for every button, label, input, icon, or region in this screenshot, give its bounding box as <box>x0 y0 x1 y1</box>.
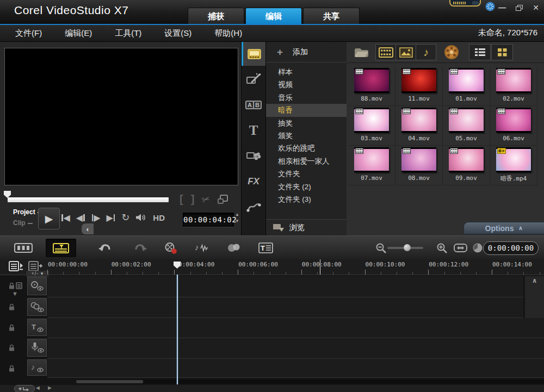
subtitle-options-button[interactable]: T <box>255 240 276 256</box>
track-lock-icon[interactable] <box>9 282 22 289</box>
preview-screen[interactable] <box>4 48 238 185</box>
library-nav-path[interactable] <box>242 195 265 219</box>
filter-audio-button[interactable]: ♪ <box>416 44 436 60</box>
category-item[interactable]: 文件夹 (3) <box>266 193 347 206</box>
split-clip-button[interactable]: ✂ <box>201 192 212 206</box>
gallery-item[interactable]: 04.mov <box>395 106 443 146</box>
gallery-item[interactable]: 09.mov <box>443 146 490 185</box>
voice-track[interactable] <box>47 338 544 359</box>
library-nav-transition[interactable]: AB <box>242 93 265 117</box>
scroll-right-icon[interactable]: ► <box>47 384 53 391</box>
mark-out-button[interactable]: ] <box>191 193 195 206</box>
track-manager-button[interactable] <box>9 261 23 271</box>
record-capture-button[interactable] <box>160 240 182 256</box>
gallery-item[interactable]: 03.mov <box>348 106 395 146</box>
title-track-header[interactable]: T <box>27 319 47 336</box>
category-item[interactable]: 暗香 <box>266 104 347 116</box>
spinner-up-icon[interactable]: ▲ <box>235 211 239 218</box>
scrubber-bar[interactable] <box>8 197 169 202</box>
filter-video-button[interactable] <box>375 44 396 60</box>
library-nav-graphic[interactable] <box>242 144 265 168</box>
category-item[interactable]: 相亲相爱一家人 <box>266 155 347 167</box>
category-item[interactable]: 文件夹 <box>266 167 347 180</box>
gallery-item[interactable]: 05.mov <box>443 106 490 146</box>
video-track-header[interactable] <box>27 277 47 295</box>
gallery-item[interactable]: 11.mov <box>395 66 443 106</box>
library-nav-filter[interactable]: FX <box>242 170 265 194</box>
filter-photo-button[interactable] <box>395 44 416 60</box>
track-lock-icon[interactable] <box>9 344 15 351</box>
scroll-left-icon[interactable]: ◄ <box>35 384 41 391</box>
timeline-ruler[interactable]: +/- ▾ 00:00:00:0000:00:02:0000:00:04:000… <box>0 259 544 275</box>
movie-reel-button[interactable] <box>444 45 459 60</box>
add-category-row[interactable]: + 添加 <box>266 42 347 63</box>
go-end-button[interactable]: ▶ <box>106 213 115 223</box>
voice-track-header[interactable] <box>27 339 47 357</box>
track-lock-icon[interactable] <box>9 365 15 372</box>
category-item[interactable]: 音乐 <box>266 91 347 104</box>
video-track[interactable] <box>47 276 523 297</box>
music-track[interactable] <box>47 359 544 378</box>
enlarge-preview-button[interactable] <box>218 195 228 204</box>
help-globe-icon[interactable] <box>485 2 495 11</box>
browse-row[interactable]: 浏览 <box>266 219 347 235</box>
add-track-button[interactable] <box>28 261 43 271</box>
menu-item-文件(F)[interactable]: 文件(F) <box>15 28 42 39</box>
category-item[interactable]: 抽奖 <box>266 117 347 129</box>
menu-item-编辑(E)[interactable]: 编辑(E) <box>65 28 92 39</box>
library-nav-instant-project[interactable] <box>242 67 265 91</box>
ripple-insert-button[interactable] <box>14 385 35 392</box>
zoom-slider-handle[interactable] <box>404 244 411 251</box>
options-button[interactable]: Options ∧ <box>463 222 544 234</box>
auto-music-button[interactable] <box>223 240 245 256</box>
minimize-button[interactable]: — <box>497 3 507 13</box>
grid-view-button[interactable] <box>491 44 513 60</box>
vertical-scrollbar[interactable]: ∧ <box>525 276 544 318</box>
horizontal-scrollbar-thumb[interactable] <box>76 380 143 383</box>
category-item[interactable]: 欢乐的跳吧 <box>266 142 347 154</box>
undo-button[interactable] <box>94 240 116 256</box>
category-item[interactable]: 样本 <box>266 66 347 78</box>
hd-preview-button[interactable]: HD <box>153 213 165 222</box>
category-item[interactable]: 文件夹 (2) <box>266 181 347 193</box>
gallery-item[interactable]: 07.mov <box>348 146 395 185</box>
tab-共享[interactable]: 共享 <box>303 8 360 24</box>
tab-捕获[interactable]: 捕获 <box>188 8 244 24</box>
gallery-item[interactable]: 02.mov <box>490 66 537 106</box>
restore-button[interactable] <box>514 3 524 13</box>
go-start-button[interactable]: ◀ <box>61 213 70 223</box>
overlay-track-header[interactable] <box>27 298 47 316</box>
timecode-spinner[interactable]: ▲▼ <box>235 211 239 225</box>
play-button[interactable]: ▶ <box>38 208 60 229</box>
music-track-header[interactable]: ♪ <box>27 359 47 376</box>
prev-frame-button[interactable]: ◀ <box>76 213 85 223</box>
tab-编辑[interactable]: 编辑 <box>245 8 302 24</box>
gallery-item[interactable]: 06.mov <box>490 106 537 146</box>
track-lock-icon[interactable] <box>9 303 15 310</box>
redo-button[interactable] <box>129 240 151 256</box>
track-lock-icon[interactable] <box>9 324 15 331</box>
category-item[interactable]: 视频 <box>266 78 347 91</box>
menu-item-工具(T)[interactable]: 工具(T) <box>115 28 141 39</box>
volume-button[interactable] <box>135 213 147 222</box>
import-folder-button[interactable] <box>354 46 369 58</box>
category-item[interactable]: 颁奖 <box>266 129 347 142</box>
timeline-view-button[interactable] <box>46 239 76 257</box>
horizontal-scrollbar[interactable] <box>76 379 544 384</box>
library-nav-media[interactable] <box>242 42 265 66</box>
gallery-item[interactable]: 暗香.mp4 <box>490 146 537 185</box>
scroll-up-icon[interactable]: ∧ <box>525 276 544 285</box>
storyboard-view-button[interactable] <box>8 240 39 256</box>
sound-mixer-button[interactable]: ♪ <box>191 240 213 256</box>
overlay-track[interactable] <box>47 297 523 318</box>
list-view-button[interactable] <box>469 44 491 60</box>
repeat-button[interactable]: ↻ <box>121 211 129 223</box>
zoom-slider[interactable] <box>387 247 423 249</box>
gallery-item[interactable]: 88.mov <box>348 66 395 106</box>
collapse-panel-button[interactable]: ‹ <box>82 223 94 234</box>
preview-timecode[interactable]: 00:00:04:02 <box>183 213 234 227</box>
chevron-down-icon[interactable]: ▼ <box>12 290 18 297</box>
timeline-timecode[interactable]: 0:00:00:00 <box>483 241 539 255</box>
menu-item-设置(S)[interactable]: 设置(S) <box>164 28 191 39</box>
gallery-item[interactable]: 08.mov <box>395 146 443 185</box>
